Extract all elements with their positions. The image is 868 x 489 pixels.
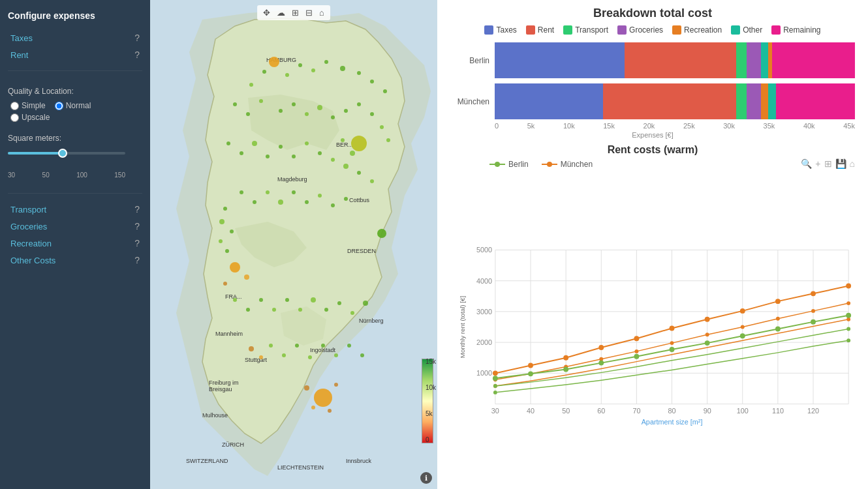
svg-point-36: [292, 102, 296, 106]
legend-item-transport: Transport: [563, 25, 608, 35]
radio-simple-input[interactable]: [10, 102, 19, 110]
bar-row-münchen: München: [450, 83, 855, 119]
svg-point-47: [252, 141, 257, 146]
map-minus-icon[interactable]: ⊟: [303, 7, 315, 18]
divider-2: [8, 193, 142, 194]
map-grid-icon[interactable]: ⊞: [290, 7, 301, 18]
svg-point-53: [331, 158, 335, 162]
svg-text:Freiburg im: Freiburg im: [209, 379, 239, 386]
zoom-icon[interactable]: 🔍: [801, 158, 812, 169]
svg-point-63: [219, 239, 223, 243]
svg-point-99: [311, 406, 315, 409]
map-svg: HAMBURG BER... Magdeburg Cottbus DRESDEN…: [150, 0, 437, 489]
svg-point-76: [246, 308, 250, 312]
legend-5k: 5k: [426, 411, 436, 417]
rent-legend-row: BerlinMünchen: [489, 160, 855, 169]
svg-point-51: [305, 141, 309, 145]
grid-icon[interactable]: ⊞: [824, 158, 832, 169]
sidebar-item-taxes[interactable]: Taxes ?: [8, 31, 142, 44]
city-label: München: [450, 97, 489, 106]
svg-point-61: [219, 219, 225, 224]
svg-text:70: 70: [632, 407, 640, 415]
svg-point-56: [370, 179, 374, 183]
svg-point-155: [670, 341, 674, 345]
svg-point-18: [262, 70, 266, 74]
svg-point-21: [285, 73, 289, 77]
svg-point-37: [305, 112, 309, 116]
map-info-button[interactable]: ℹ: [420, 472, 432, 484]
other-costs-label: Other Costs: [10, 256, 55, 265]
bar-segment: [625, 42, 736, 78]
svg-point-90: [295, 344, 299, 348]
svg-point-148: [811, 291, 816, 296]
x-tick: 25k: [683, 122, 695, 130]
svg-point-173: [846, 313, 851, 318]
sidebar-item-other-costs[interactable]: Other Costs ?: [8, 254, 142, 267]
map-move-icon[interactable]: ✥: [261, 7, 272, 18]
svg-point-45: [226, 141, 230, 145]
city-label: Berlin: [450, 56, 489, 65]
other-costs-help-icon[interactable]: ?: [134, 255, 140, 265]
sidebar: Configure expenses Taxes ? Rent ? Qualit…: [0, 0, 150, 489]
radio-upscale-input[interactable]: [10, 113, 19, 122]
sidebar-item-transport[interactable]: Transport ?: [8, 203, 142, 216]
legend-item-remaining: Remaining: [771, 25, 820, 35]
svg-point-74: [377, 229, 386, 238]
svg-point-40: [344, 109, 348, 113]
radio-normal-input[interactable]: [55, 102, 63, 110]
sidebar-item-rent[interactable]: Rent ?: [8, 48, 142, 61]
rent-chart-title: Rent costs (warm): [450, 144, 855, 156]
sqm-label: Square meters:: [8, 134, 142, 143]
svg-text:4000: 4000: [476, 277, 492, 285]
transport-help-icon[interactable]: ?: [134, 204, 140, 215]
svg-point-22: [298, 63, 302, 67]
radio-normal[interactable]: Normal: [55, 101, 91, 110]
map-home-icon[interactable]: ⌂: [317, 7, 326, 18]
x-tick: 20k: [643, 122, 655, 130]
svg-point-170: [740, 333, 745, 338]
svg-point-83: [337, 301, 341, 305]
svg-point-73: [344, 197, 348, 201]
slider-ticks: 30 50 100 150: [8, 171, 125, 179]
groceries-label: Groceries: [10, 222, 47, 231]
svg-point-66: [253, 200, 256, 204]
radio-upscale[interactable]: Upscale: [10, 113, 50, 122]
taxes-label: Taxes: [10, 33, 33, 43]
plus-icon[interactable]: +: [815, 158, 820, 169]
svg-text:BER...: BER...: [336, 141, 353, 148]
svg-point-140: [528, 363, 533, 368]
svg-point-49: [279, 145, 283, 149]
svg-point-27: [370, 80, 374, 83]
slider-thumb[interactable]: [58, 149, 67, 158]
svg-point-28: [383, 89, 387, 93]
save-icon[interactable]: 💾: [835, 158, 846, 169]
svg-point-59: [223, 282, 227, 286]
x-axis-ticks: 05k10k15k20k25k30k35k40k45k: [495, 122, 855, 130]
bar-segment: [495, 83, 603, 119]
svg-point-97: [304, 385, 309, 391]
svg-point-70: [305, 200, 309, 204]
svg-point-157: [741, 325, 745, 329]
legend-0: 0: [426, 437, 436, 443]
map-cloud-icon[interactable]: ☁: [275, 7, 287, 18]
rent-svg: 5000 4000 3000 2000 1000 Monthly rent (t…: [450, 171, 855, 482]
rent-help-icon[interactable]: ?: [134, 50, 140, 60]
svg-text:80: 80: [668, 407, 676, 415]
home-icon[interactable]: ⌂: [850, 158, 855, 169]
bar-segment: [495, 42, 625, 78]
groceries-help-icon[interactable]: ?: [134, 221, 140, 231]
svg-point-171: [775, 327, 781, 332]
recreation-help-icon[interactable]: ?: [134, 238, 140, 248]
svg-text:Mulhouse: Mulhouse: [202, 412, 228, 419]
svg-point-26: [357, 71, 361, 75]
svg-text:Ingolstadt: Ingolstadt: [310, 347, 336, 353]
svg-point-68: [278, 200, 283, 205]
legend-item-recreation: Recreation: [672, 25, 722, 35]
radio-simple[interactable]: Simple: [10, 101, 46, 110]
svg-point-33: [246, 112, 250, 116]
sidebar-item-groceries[interactable]: Groceries ?: [8, 220, 142, 233]
svg-point-94: [347, 344, 351, 348]
sidebar-item-recreation[interactable]: Recreation ?: [8, 237, 142, 250]
x-tick: 0: [495, 122, 499, 130]
taxes-help-icon[interactable]: ?: [134, 33, 140, 43]
